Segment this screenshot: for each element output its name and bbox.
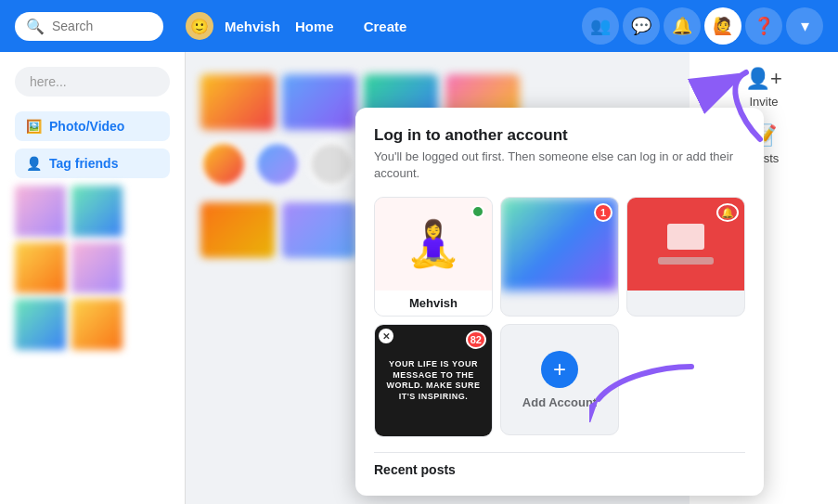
add-account-card[interactable]: + Add Account bbox=[500, 324, 619, 435]
feed-thumb-4 bbox=[71, 242, 122, 293]
account-card-4[interactable]: ✕ YOUR LIFE IS YOUR MESSAGE TO THE WORLD… bbox=[374, 324, 493, 437]
account-card-3[interactable]: 🔔 bbox=[626, 197, 745, 317]
feed-thumb-2 bbox=[71, 186, 122, 237]
avatar: 🙂 bbox=[186, 12, 213, 40]
close-icon: ✕ bbox=[379, 329, 393, 343]
popup-title: Log in to another account bbox=[374, 126, 745, 145]
navbar: 🔍 🙂 Mehvish Home Create 👥 💬 🔔 🙋 ❓ ▾ bbox=[0, 0, 838, 52]
feed-img-1 bbox=[200, 74, 275, 130]
feed-thumb-1 bbox=[15, 186, 66, 237]
chevron-down-btn[interactable]: ▾ bbox=[786, 7, 823, 45]
red-card-bar bbox=[658, 257, 714, 265]
invite-icon: 👤+ bbox=[745, 67, 782, 91]
nav-username: Mehvish bbox=[225, 19, 280, 34]
bell-icon-btn[interactable]: 🔔 bbox=[664, 7, 701, 45]
feed-avatar-3 bbox=[308, 141, 355, 187]
post-search[interactable]: here... bbox=[15, 67, 170, 97]
search-bar[interactable]: 🔍 bbox=[15, 12, 163, 41]
messenger-icon-btn[interactable]: 💬 bbox=[623, 7, 660, 45]
photo-icon: 🖼️ bbox=[26, 119, 42, 134]
search-icon: 🔍 bbox=[26, 18, 45, 35]
red-card-content bbox=[658, 224, 714, 265]
login-another-account-popup: Log in to another account You'll be logg… bbox=[355, 108, 764, 496]
popup-subtitle: You'll be logged out first. Then someone… bbox=[374, 149, 745, 182]
accounts-grid: 🧘‍♀️ Mehvish 1 🔔 bbox=[374, 197, 745, 437]
nav-user-area: 🙂 Mehvish bbox=[186, 12, 280, 40]
nav-home-link[interactable]: Home bbox=[280, 19, 349, 34]
main-content: here... 🖼️ Photo/Video 👤 Tag friends bbox=[0, 52, 838, 504]
account-card-2[interactable]: 1 bbox=[500, 197, 619, 317]
account-name-mehvish: Mehvish bbox=[375, 291, 492, 316]
feed-img-6 bbox=[282, 202, 356, 258]
feed-thumb-3 bbox=[15, 242, 66, 293]
invite-action[interactable]: 👤+ Invite bbox=[697, 67, 831, 109]
feed-avatar-2 bbox=[254, 141, 301, 187]
tag-icon: 👤 bbox=[26, 156, 42, 171]
feed-thumbnails bbox=[15, 186, 170, 350]
add-account-plus-icon: + bbox=[541, 351, 578, 388]
tag-friends-btn[interactable]: 👤 Tag friends bbox=[15, 149, 170, 178]
feed-img-5 bbox=[200, 202, 275, 258]
account-card-mehvish[interactable]: 🧘‍♀️ Mehvish bbox=[374, 197, 493, 317]
feed-img-2 bbox=[282, 74, 356, 130]
feed-thumb-6 bbox=[71, 299, 122, 350]
inspire-text: YOUR LIFE IS YOUR MESSAGE TO THE WORLD. … bbox=[382, 359, 484, 403]
recent-posts-row: Recent posts bbox=[374, 452, 745, 477]
red-card-inner bbox=[667, 224, 704, 250]
add-account-label: Add Account bbox=[522, 395, 597, 409]
help-icon-btn[interactable]: ❓ bbox=[745, 7, 782, 45]
feed-thumb-5 bbox=[15, 299, 66, 350]
recent-posts-label: Recent posts bbox=[374, 462, 456, 477]
left-panel: here... 🖼️ Photo/Video 👤 Tag friends bbox=[0, 52, 186, 504]
friends-icon-btn[interactable]: 🙋 bbox=[704, 7, 741, 45]
nav-create-link[interactable]: Create bbox=[349, 19, 422, 34]
photo-video-btn[interactable]: 🖼️ Photo/Video bbox=[15, 111, 170, 141]
invite-label: Invite bbox=[749, 95, 778, 109]
people-icon-btn[interactable]: 👥 bbox=[582, 7, 619, 45]
search-input[interactable] bbox=[52, 19, 163, 33]
feed-avatar-1 bbox=[200, 141, 247, 187]
nav-icons-group: 👥 💬 🔔 🙋 ❓ ▾ bbox=[582, 7, 823, 45]
